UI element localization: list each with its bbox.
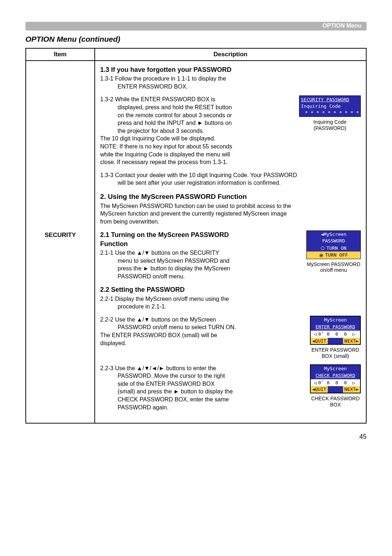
para-2-2-2-row: 2.2-2 Use the ▲/▼ buttons on the MyScree… (100, 316, 361, 359)
text: 1.3-3 Contact your dealer with the 10 di… (100, 172, 297, 178)
figure-caption: Inquiring Code (PASSWORD) (299, 119, 361, 131)
text: press the ► button to display the MyScre… (100, 265, 300, 273)
osd-nav-bar: ◄QUIT NEXT► (311, 386, 360, 393)
osd-title: SECURITY PASSWORD (301, 97, 359, 103)
section-2-1-text: 2.1 Turning on the MyScreen PASSWORD Fun… (100, 230, 300, 280)
figure-myscreen-onoff: ◄MyScreen PASSWORD TURN ON TURN OFF MySc… (306, 230, 361, 273)
osd-option-turn-on: TURN ON (307, 245, 360, 252)
osd-line: MyScreen (311, 316, 360, 324)
text: on the remote control for about 3 second… (100, 111, 293, 119)
text: 2.2-1 Display the MyScreen on/off menu u… (100, 296, 229, 302)
header-right-label: OPTION Menu (322, 23, 362, 29)
figure-inquiring-code: SECURITY PASSWORD Inquiring Code * * * *… (299, 95, 361, 131)
osd-option-turn-off: TURN OFF (307, 252, 360, 259)
text: (small) and press the ► button to displa… (100, 388, 303, 396)
text: The MyScreen PASSWORD function can be us… (100, 203, 291, 209)
text: side of the ENTER PASSWORD BOX (100, 380, 303, 388)
para-2-2-2: 2.2-2 Use the ▲/▼ buttons on the MyScree… (100, 316, 303, 347)
osd-check-password: MyScreen CHECK PASSWORD ◁0̂ 0 0 0 ▷ ◄QUI… (310, 364, 361, 393)
para-2-intro: The MyScreen PASSWORD function can be us… (100, 202, 361, 226)
text: NOTE: If there is no key input for about… (100, 143, 232, 150)
section-2-1-row: 2.1 Turning on the MyScreen PASSWORD Fun… (100, 230, 361, 280)
text: CHECK PASSWORD BOX, enter the same (100, 396, 303, 404)
text: close. If necessary repeat the process f… (100, 159, 228, 165)
col-header-item: Item (26, 48, 95, 61)
osd-security-password: SECURITY PASSWORD Inquiring Code * * * *… (299, 95, 361, 117)
text: while the Inquiring Code is displayed th… (100, 151, 230, 158)
figure-caption: ENTER PASSWORD BOX (small) (310, 347, 361, 359)
para-2-2-3: 2.2-3 Use the ▲/▼/◄/► buttons to enter t… (100, 364, 303, 412)
heading-2-2: 2.2 Setting the PASSWORD (100, 285, 361, 294)
osd-next: NEXT► (343, 338, 360, 344)
figure-caption: CHECK PASSWORD BOX (310, 396, 361, 408)
osd-code: * * * * * * * * * * (301, 110, 359, 116)
text: the projector for about 3 seconds. (100, 127, 293, 135)
osd-digits: ◁0̂ 0 0 0 ▷ (311, 331, 360, 338)
text: 1.3-2 While the ENTER PASSWORD BOX is (100, 96, 215, 102)
text: The ENTER PASSWORD BOX (small) will be (100, 332, 217, 338)
text: will be sent after your user registratio… (100, 179, 361, 187)
osd-enter-password: MyScreen ENTER PASSWORD ◁0̂ 0 0 0 ▷ ◄QUI… (310, 316, 361, 345)
radio-icon (321, 246, 324, 250)
text: press and hold the INPUT and ► buttons o… (100, 119, 293, 127)
section-title: OPTION Menu (continued) (25, 35, 367, 44)
text: procedure in 2.1-1. (100, 303, 361, 311)
osd-line: ENTER PASSWORD (311, 323, 360, 331)
main-table: Item Description SECURITY 1.3 If you hav… (25, 48, 367, 424)
osd-line: CHECK PASSWORD (311, 372, 360, 379)
text: PASSWORD again. (100, 404, 303, 412)
heading-2-1: 2.1 Turning on the MyScreen PASSWORD Fun… (100, 230, 300, 248)
text: displayed, press and hold the RESET butt… (100, 103, 293, 111)
para-1-3-2-row: 1.3-2 While the ENTER PASSWORD BOX is di… (100, 95, 361, 166)
osd-nav-bar: ◄QUIT NEXT► (311, 338, 360, 344)
row-description: 1.3 If you have forgotten your PASSWORD … (95, 61, 366, 423)
osd-title: ◄MyScreen PASSWORD (307, 231, 360, 244)
radio-icon (319, 254, 323, 257)
text: menu to select MyScreen PASSWORD and (100, 257, 300, 265)
osd-sub: Inquiring Code (301, 103, 359, 110)
osd-line: MyScreen (311, 365, 360, 372)
document-page: OPTION Menu OPTION Menu (continued) Item… (0, 0, 392, 455)
para-2-2-3-row: 2.2-3 Use the ▲/▼/◄/► buttons to enter t… (100, 364, 361, 412)
osd-quit: ◄QUIT (311, 338, 328, 344)
para-1-3-2: 1.3-2 While the ENTER PASSWORD BOX is di… (100, 95, 293, 166)
osd-next: NEXT► (343, 386, 360, 393)
para-1-3-1: 1.3-1 Follow the procedure in 1.1-1 to d… (100, 75, 361, 90)
text: The 10 digit Inquiring Code will be disp… (100, 135, 216, 142)
heading-1-3: 1.3 If you have forgotten your PASSWORD (100, 65, 361, 74)
text: displayed. (100, 340, 126, 346)
osd-digits: ◁0̂ 0 0 0 ▷ (311, 379, 360, 387)
text: PASSWORD. Move the cursor to the right (100, 372, 303, 380)
text: 2.1-1 Use the ▲/▼ buttons on the SECURIT… (100, 250, 219, 256)
figure-caption: MyScreen PASSWORD on/off menu (306, 261, 361, 274)
header-band: OPTION Menu (25, 22, 367, 30)
text: 2.2-2 Use the ▲/▼ buttons on the MyScree… (100, 316, 216, 323)
row-item-label: SECURITY (26, 61, 95, 423)
osd-myscreen-menu: ◄MyScreen PASSWORD TURN ON TURN OFF (306, 230, 361, 259)
text: PASSWORD on/off menu. (100, 273, 300, 281)
heading-2: 2. Using the MyScreen PASSWORD Function (100, 192, 361, 201)
figure-enter-password-box: MyScreen ENTER PASSWORD ◁0̂ 0 0 0 ▷ ◄QUI… (310, 316, 361, 359)
col-header-description: Description (95, 48, 366, 61)
figure-check-password-box: MyScreen CHECK PASSWORD ◁0̂ 0 0 0 ▷ ◄QUI… (310, 364, 361, 408)
text: 2.2-3 Use the ▲/▼/◄/► buttons to enter t… (100, 365, 216, 371)
text: from being overwritten. (100, 218, 159, 225)
para-1-3-3: 1.3-3 Contact your dealer with the 10 di… (100, 171, 361, 187)
text: ENTER PASSWORD BOX. (100, 83, 361, 91)
osd-quit: ◄QUIT (311, 386, 328, 393)
para-2-2-1: 2.2-1 Display the MyScreen on/off menu u… (100, 295, 361, 311)
text: PASSWORD on/off menu to select TURN ON. (100, 323, 303, 331)
page-number: 45 (25, 433, 367, 441)
text: 1.3-1 Follow the procedure in 1.1-1 to d… (100, 75, 226, 82)
text: MyScreen function and prevent the curren… (100, 210, 287, 217)
